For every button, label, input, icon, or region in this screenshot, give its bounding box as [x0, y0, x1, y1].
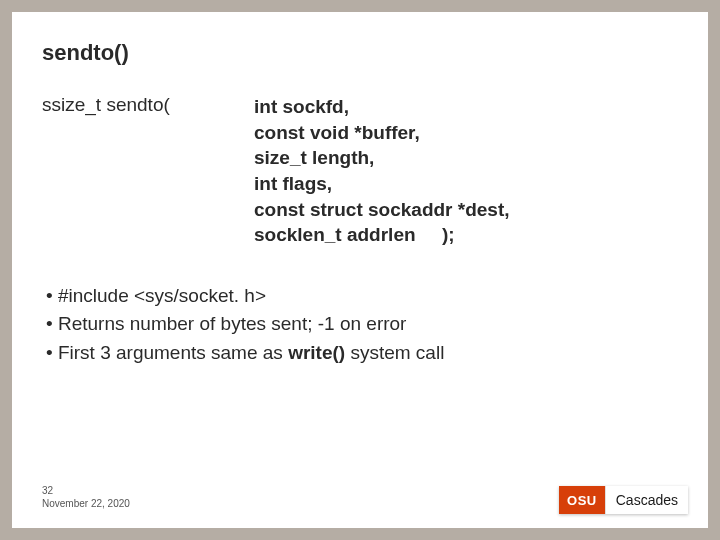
signature-return: ssize_t sendto( — [42, 94, 254, 248]
param-line: size_t length, — [254, 145, 510, 171]
signature-params: int sockfd, const void *buffer, size_t l… — [254, 94, 510, 248]
bullet-text: system call — [345, 342, 444, 363]
bullet-list: #include <sys/socket. h> Returns number … — [46, 282, 678, 368]
bullet-text: First 3 arguments same as — [58, 342, 288, 363]
osu-cascades-logo: OSU Cascades — [559, 486, 688, 514]
bullet-bold: write() — [288, 342, 345, 363]
param-line: int flags, — [254, 171, 510, 197]
param-line: const struct sockaddr *dest, — [254, 197, 510, 223]
slide-number: 32 — [42, 484, 130, 497]
logo-text: Cascades — [605, 486, 688, 514]
footer: 32 November 22, 2020 — [42, 484, 130, 510]
param-line: const void *buffer, — [254, 120, 510, 146]
slide-title: sendto() — [42, 40, 678, 66]
slide: sendto() ssize_t sendto( int sockfd, con… — [12, 12, 708, 528]
logo-badge: OSU — [559, 486, 605, 514]
bullet-item: #include <sys/socket. h> — [46, 282, 678, 311]
function-signature: ssize_t sendto( int sockfd, const void *… — [42, 94, 678, 248]
param-line: socklen_t addrlen ); — [254, 222, 510, 248]
param-line: int sockfd, — [254, 94, 510, 120]
bullet-text: #include <sys/socket. h> — [58, 285, 266, 306]
bullet-item: Returns number of bytes sent; -1 on erro… — [46, 310, 678, 339]
slide-date: November 22, 2020 — [42, 497, 130, 510]
bullet-item: First 3 arguments same as write() system… — [46, 339, 678, 368]
bullet-text: Returns number of bytes sent; -1 on erro… — [58, 313, 407, 334]
